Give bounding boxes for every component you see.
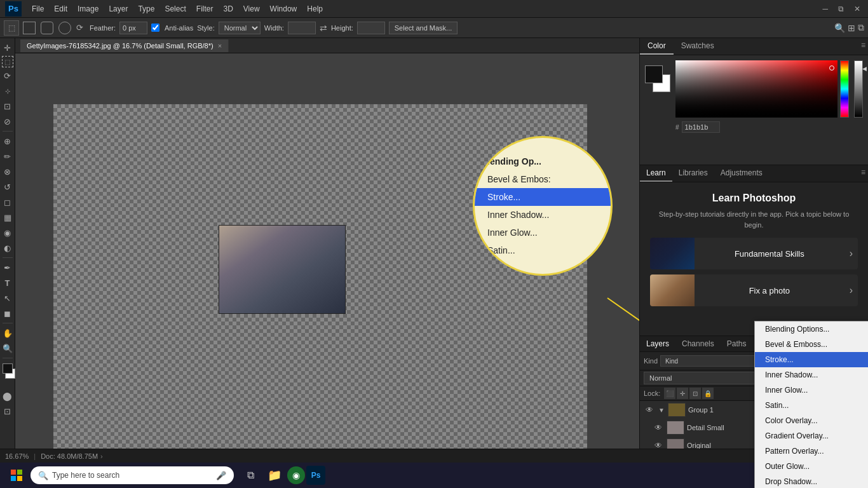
workspace-icon[interactable]: ⊞ [848,23,855,33]
canvas-area[interactable]: GettyImages-76185342.jpg @ 16.7% (Detail… [15,38,639,463]
ctx-gradient-overlay[interactable]: Gradient Overlay... [755,428,868,444]
healing-tool[interactable]: ⊕ [1,134,15,148]
history-brush-tool[interactable]: ↺ [1,180,15,194]
lock-all-btn[interactable]: 🔒 [702,388,714,399]
menu-type[interactable]: Type [133,2,159,16]
ctx-inner-shadow[interactable]: Inner Shadow... [755,367,868,383]
taskbar-browser[interactable]: ◉ [287,466,305,484]
window-restore[interactable]: ⧉ [836,4,846,13]
pen-tool[interactable]: ✒ [1,261,15,274]
taskbar-photoshop[interactable]: Ps [306,466,325,485]
color-spectrum[interactable] [840,60,849,118]
color-tab[interactable]: Color [640,38,674,55]
lasso-tool[interactable]: ⟳ [1,69,15,83]
width-input[interactable] [288,22,316,34]
zoom-tool[interactable]: 🔍 [1,341,15,355]
path-select-tool[interactable]: ↖ [1,291,15,305]
ctx-inner-glow[interactable]: Inner Glow... [755,383,868,398]
eyedropper-tool[interactable]: ⊘ [1,114,15,128]
menu-filter[interactable]: Filter [191,2,219,16]
document-tab[interactable]: GettyImages-76185342.jpg @ 16.7% (Detail… [20,39,229,52]
select-mask-button[interactable]: Select and Mask... [389,22,458,34]
tool-shape-rounded[interactable] [41,22,53,34]
feather-input[interactable] [119,22,147,34]
menu-file[interactable]: File [27,2,49,16]
menu-help[interactable]: Help [302,2,328,16]
ctx-bevel-emboss[interactable]: Bevel & Emboss... [755,337,868,352]
object-select-tool[interactable]: ⊹ [1,84,15,98]
move-tool[interactable]: ✛ [1,41,15,55]
adjustments-tab[interactable]: Adjustments [714,165,769,182]
type-tool[interactable]: T [1,276,15,290]
tab-close-button[interactable]: × [218,42,222,50]
foreground-color[interactable] [3,363,13,374]
menu-3d[interactable]: 3D [218,2,238,16]
color-panel-menu[interactable]: ≡ [858,38,868,55]
layer-detail-small-visibility[interactable]: 👁 [653,422,664,433]
swap-icon[interactable]: ⇄ [320,23,327,33]
canvas-content[interactable]: Blending Op... Bevel & Embos: Stroke... … [15,53,639,463]
hand-tool[interactable]: ✋ [1,326,15,340]
menu-layer[interactable]: Layer [104,2,133,16]
window-minimize[interactable]: ─ [820,4,831,13]
taskbar-mic-icon[interactable]: 🎤 [216,471,226,480]
ctx-stroke[interactable]: Stroke... [755,352,868,367]
swatches-tab[interactable]: Swatches [674,38,722,55]
menu-view[interactable]: View [238,2,265,16]
gradient-tool[interactable]: ▦ [1,210,15,224]
style-select[interactable]: Normal [219,22,261,34]
tool-shape-lasso[interactable]: ⟳ [76,23,83,32]
circle-item-satin[interactable]: Satin... [475,241,611,259]
lock-artboard-btn[interactable]: ⊡ [689,388,701,399]
arrange-icon[interactable]: ⧉ [858,22,864,33]
libraries-tab[interactable]: Libraries [672,165,714,182]
learn-tab[interactable]: Learn [640,165,672,182]
fg-color-swatch[interactable] [645,65,663,83]
layer-group1-arrow[interactable]: ▼ [658,406,665,414]
ctx-pattern-overlay[interactable]: Pattern Overlay... [755,444,868,459]
layers-tab[interactable]: Layers [640,336,675,351]
ctx-drop-shadow[interactable]: Drop Shadow... [755,474,868,488]
circle-item-stroke[interactable]: Stroke... [475,188,611,206]
search-icon[interactable]: 🔍 [834,23,845,33]
learn-card-fundamental[interactable]: Fundamental Skills › [650,238,858,269]
color-gradient[interactable] [675,60,837,118]
color-opacity-spectrum[interactable] [854,60,863,118]
tool-shape-rect[interactable] [23,22,36,34]
screen-mode[interactable]: ⊡ [1,404,15,418]
menu-window[interactable]: Window [265,2,302,16]
learn-card-fixphoto[interactable]: Fix a photo › [650,274,858,306]
hex-input[interactable] [682,121,720,133]
menu-image[interactable]: Image [72,2,104,16]
status-more[interactable]: › [100,452,103,460]
selection-tool[interactable]: ⬚ [2,56,13,67]
circle-item-inner-glow[interactable]: Inner Glow... [475,224,611,241]
channels-tab[interactable]: Channels [675,336,721,351]
taskbar-task-view[interactable]: ⧉ [239,464,262,487]
tool-shape-ellipse[interactable] [58,22,71,34]
shape-tool[interactable]: ◼ [1,306,15,320]
crop-tool[interactable]: ⊡ [1,99,15,113]
dodge-tool[interactable]: ◐ [1,241,15,255]
ctx-satin[interactable]: Satin... [755,398,868,413]
quick-mask-toggle[interactable]: ⬤ [1,389,15,403]
brush-tool[interactable]: ✏ [1,149,15,163]
eraser-tool[interactable]: ◻ [1,195,15,209]
layer-group1-visibility[interactable]: 👁 [644,404,655,416]
taskbar-search-bar[interactable]: 🔍 Type here to search 🎤 [31,466,234,484]
menu-select[interactable]: Select [159,2,191,16]
taskbar-file-explorer[interactable]: 📁 [263,464,286,487]
window-close[interactable]: ✕ [851,4,863,13]
ctx-blending-options[interactable]: Blending Options... [755,322,868,337]
start-button[interactable] [5,464,28,487]
menu-edit[interactable]: Edit [49,2,72,16]
clone-tool[interactable]: ⊗ [1,165,15,179]
circle-item-bevel[interactable]: Bevel & Embos: [475,170,611,188]
lock-position-btn[interactable]: ✛ [677,388,688,399]
ctx-color-overlay[interactable]: Color Overlay... [755,413,868,428]
height-input[interactable] [357,22,385,34]
anti-alias-checkbox[interactable] [151,24,159,32]
paths-tab[interactable]: Paths [721,336,753,351]
circle-item-inner-shadow[interactable]: Inner Shadow... [475,206,611,224]
lock-pixels-btn[interactable]: ⬛ [664,388,675,399]
